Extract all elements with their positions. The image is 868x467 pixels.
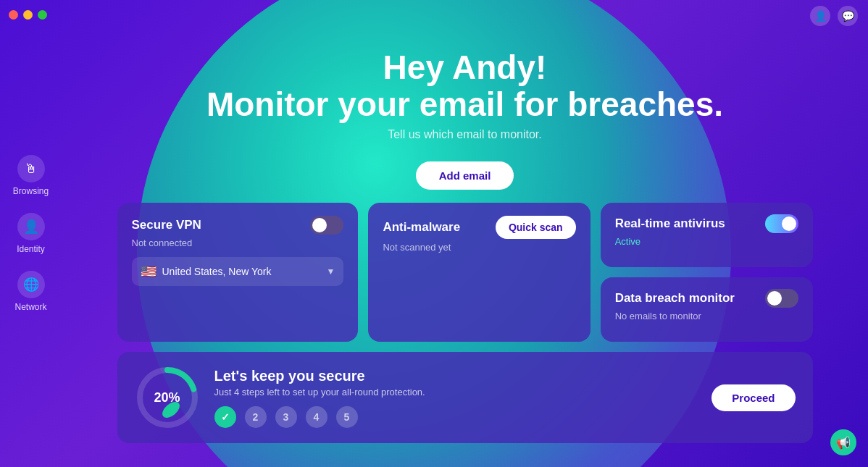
breach-card-title: Data breach monitor <box>615 291 735 306</box>
vpn-card: Secure VPN Not connected 🇺🇸 United State… <box>117 203 359 342</box>
step-3: 3 <box>275 406 297 428</box>
browsing-icon: 🖱 <box>17 155 45 182</box>
right-cards: Real-time antivirus Active Data breach m… <box>601 203 813 342</box>
cards-row: Secure VPN Not connected 🇺🇸 United State… <box>117 203 813 342</box>
setup-card-desc: Just 4 steps left to set up your all-rou… <box>214 387 698 397</box>
breach-toggle-knob <box>767 291 782 306</box>
antivirus-card-title: Real-time antivirus <box>615 216 725 231</box>
maximize-button[interactable] <box>38 10 47 20</box>
us-flag-icon: 🇺🇸 <box>141 264 157 279</box>
breach-card: Data breach monitor No emails to monitor <box>601 277 813 342</box>
step-2: 2 <box>245 406 267 428</box>
add-email-button[interactable]: Add email <box>416 161 514 190</box>
main-content: Hey Andy! Monitor your email for breache… <box>62 29 868 467</box>
antivirus-toggle[interactable] <box>765 214 798 233</box>
step-4: 4 <box>306 406 327 428</box>
titlebar: 👤 💬 <box>0 0 868 29</box>
quick-scan-button[interactable]: Quick scan <box>496 216 576 239</box>
vpn-card-header: Secure VPN <box>132 216 344 235</box>
vpn-location-selector[interactable]: 🇺🇸 United States, New York ▼ <box>132 257 344 286</box>
sidebar-item-browsing-label: Browsing <box>13 186 49 196</box>
vpn-card-status: Not connected <box>132 237 344 248</box>
sidebar-item-identity[interactable]: 👤 Identity <box>0 205 62 263</box>
network-icon: 🌐 <box>17 271 45 298</box>
progress-percentage: 20% <box>154 390 180 405</box>
hero-title-line2: Monitor your email for breaches. <box>206 86 723 123</box>
sidebar-item-identity-label: Identity <box>17 244 45 254</box>
chevron-down-icon: ▼ <box>326 266 335 277</box>
vpn-location-text: United States, New York <box>162 266 272 277</box>
sidebar-item-network-label: Network <box>14 302 46 312</box>
titlebar-right: 👤 💬 <box>810 6 858 26</box>
vpn-location-left: 🇺🇸 United States, New York <box>141 264 272 279</box>
setup-card-title: Let's keep you secure <box>214 368 698 384</box>
notification-icon[interactable]: 📢 <box>830 429 856 455</box>
hero-section: Hey Andy! Monitor your email for breache… <box>206 49 723 141</box>
user-icon[interactable]: 👤 <box>810 6 830 26</box>
progress-circle: 20% <box>135 365 200 430</box>
vpn-toggle[interactable] <box>310 216 343 235</box>
antivirus-card-status: Active <box>615 236 798 247</box>
sidebar-item-network[interactable]: 🌐 Network <box>0 263 62 321</box>
hero-subtitle: Tell us which email to monitor. <box>206 128 723 141</box>
breach-card-header: Data breach monitor <box>615 289 798 308</box>
sidebar: 🖱 Browsing 👤 Identity 🌐 Network <box>0 0 62 467</box>
antivirus-toggle-knob <box>782 216 796 231</box>
minimize-button[interactable] <box>23 10 33 20</box>
antivirus-card-header: Real-time antivirus <box>615 214 798 233</box>
breach-toggle[interactable] <box>765 289 798 308</box>
vpn-toggle-knob <box>312 218 327 232</box>
proceed-button[interactable]: Proceed <box>711 384 795 411</box>
antivirus-card: Real-time antivirus Active <box>601 203 813 267</box>
breach-card-status: No emails to monitor <box>615 311 798 321</box>
identity-icon: 👤 <box>17 213 45 240</box>
setup-card: 20% Let's keep you secure Just 4 steps l… <box>117 352 813 443</box>
hero-title-line1: Hey Andy! <box>206 49 723 86</box>
step-5: 5 <box>336 406 358 428</box>
malware-card-header: Anti-malware Quick scan <box>383 216 575 239</box>
close-button[interactable] <box>9 10 18 20</box>
vpn-card-title: Secure VPN <box>132 218 201 232</box>
malware-card-status: Not scanned yet <box>383 242 575 253</box>
traffic-lights <box>9 10 47 20</box>
chat-icon[interactable]: 💬 <box>838 6 858 26</box>
step-1: ✓ <box>214 406 236 428</box>
malware-card: Anti-malware Quick scan Not scanned yet <box>368 203 590 342</box>
sidebar-item-browsing[interactable]: 🖱 Browsing <box>0 147 62 205</box>
setup-card-content: Let's keep you secure Just 4 steps left … <box>214 368 698 428</box>
malware-card-title: Anti-malware <box>383 220 460 235</box>
setup-steps: ✓ 2 3 4 5 <box>214 406 698 428</box>
